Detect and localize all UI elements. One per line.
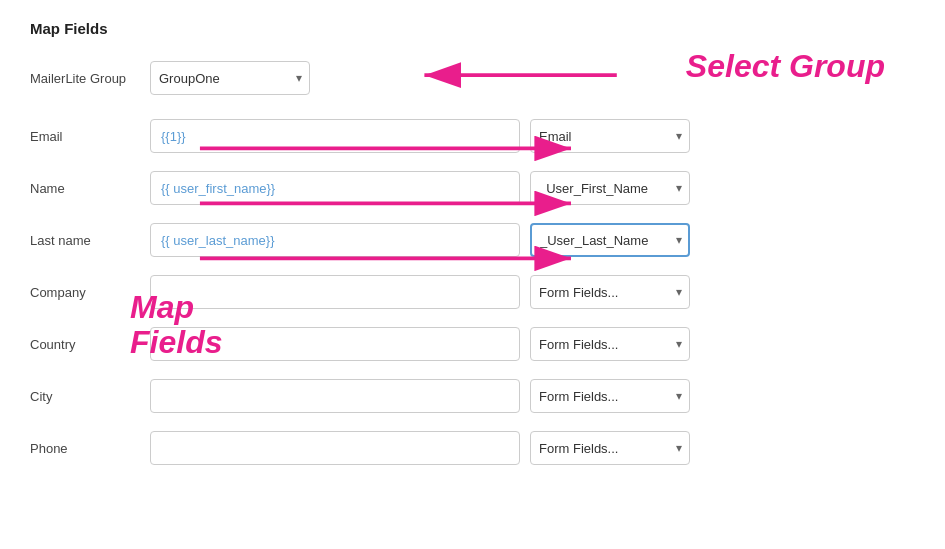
field-input-country[interactable] [150,327,520,361]
field-input-email[interactable] [150,119,520,153]
field-select-email[interactable]: EmailForm Fields... [530,119,690,153]
field-label-phone: Phone [30,441,150,456]
select-wrapper-phone: Form Fields... [530,431,690,465]
field-label-country: Country [30,337,150,352]
group-row: MailerLite Group GroupOne GroupTwo Group… [30,61,915,95]
field-select-country[interactable]: Form Fields... [530,327,690,361]
field-row-city: CityForm Fields... [30,379,915,413]
group-select-wrapper: GroupOne GroupTwo GroupThree [150,61,310,95]
field-row-name: Name_User_First_NameForm Fields... [30,171,915,205]
field-row-country: CountryForm Fields... [30,327,915,361]
field-label-name: Name [30,181,150,196]
field-label-city: City [30,389,150,404]
select-wrapper-country: Form Fields... [530,327,690,361]
field-label-company: Company [30,285,150,300]
field-select-last-name[interactable]: _User_Last_NameForm Fields... [530,223,690,257]
field-row-last-name: Last name_User_Last_NameForm Fields... [30,223,915,257]
group-label: MailerLite Group [30,71,150,86]
field-input-name[interactable] [150,171,520,205]
field-select-company[interactable]: Form Fields... [530,275,690,309]
select-wrapper-city: Form Fields... [530,379,690,413]
field-select-name[interactable]: _User_First_NameForm Fields... [530,171,690,205]
field-row-company: CompanyForm Fields... [30,275,915,309]
fields-container: EmailEmailForm Fields...Name_User_First_… [30,119,915,465]
page-title: Map Fields [30,20,915,37]
select-wrapper-email: EmailForm Fields... [530,119,690,153]
field-input-last-name[interactable] [150,223,520,257]
select-wrapper-last-name: _User_Last_NameForm Fields... [530,223,690,257]
field-select-city[interactable]: Form Fields... [530,379,690,413]
field-select-phone[interactable]: Form Fields... [530,431,690,465]
field-label-last-name: Last name [30,233,150,248]
field-row-phone: PhoneForm Fields... [30,431,915,465]
field-input-company[interactable] [150,275,520,309]
select-wrapper-name: _User_First_NameForm Fields... [530,171,690,205]
select-wrapper-company: Form Fields... [530,275,690,309]
group-select[interactable]: GroupOne GroupTwo GroupThree [150,61,310,95]
field-row-email: EmailEmailForm Fields... [30,119,915,153]
field-input-city[interactable] [150,379,520,413]
field-label-email: Email [30,129,150,144]
field-input-phone[interactable] [150,431,520,465]
